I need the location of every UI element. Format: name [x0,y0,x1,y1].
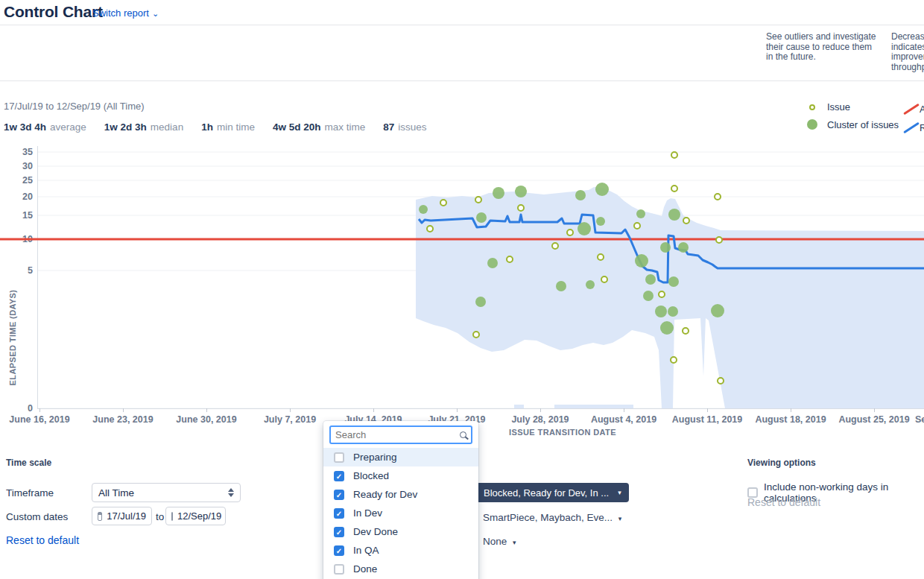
cluster-dot[interactable] [595,183,609,196]
date-to-value: 12/Sep/19 [177,510,221,522]
cluster-dot[interactable] [475,297,486,307]
control-chart-svg [0,142,924,440]
time-scale-heading: Time scale [6,458,51,468]
cluster-dot[interactable] [476,212,487,223]
date-from-input[interactable]: 17/Jul/19 [92,507,152,525]
quick-filters-dropdown[interactable]: None ▾ [483,536,516,547]
chevron-down-icon: ⌄ [152,9,159,18]
checked-checkbox[interactable]: ✓ [334,508,344,519]
checked-checkbox[interactable]: ✓ [334,490,344,500]
issue-dot[interactable] [518,205,524,211]
checked-checkbox[interactable]: ✓ [334,527,344,537]
date-to-input[interactable]: 12/Sep/19 [165,507,226,525]
cluster-dot[interactable] [645,274,656,285]
unchecked-checkbox[interactable] [334,564,344,575]
column-option-label: Done [353,563,377,575]
cluster-dot[interactable] [668,276,679,287]
issue-dot[interactable] [716,237,722,243]
cluster-dot[interactable] [655,306,667,317]
select-stepper-icon [228,488,234,497]
timeframe-select[interactable]: All Time [92,483,241,502]
cluster-dot[interactable] [586,280,595,289]
column-option-label: Dev Done [353,526,398,537]
cluster-dot[interactable] [660,242,671,253]
columns-dropdown-value: Blocked, Ready for Dev, In ... [484,487,609,499]
checked-checkbox[interactable]: ✓ [334,545,344,556]
calendar-icon [171,512,173,521]
issue-dot[interactable] [475,197,481,203]
column-option-in-dev[interactable]: ✓In Dev [323,504,478,522]
issue-dot[interactable] [473,332,479,338]
stat-label: max time [324,121,365,133]
column-option-label: Preparing [353,452,397,463]
cluster-dot[interactable] [711,304,724,317]
cluster-dot[interactable] [578,222,591,235]
std-deviation-band-fragment [554,405,633,408]
stat-item: 4w 5d 20hmax time [273,121,365,133]
issue-dot[interactable] [671,186,677,192]
cluster-dot[interactable] [668,306,678,317]
help-line: See outliers and investigate [766,32,876,42]
header-divider [0,25,924,25]
cluster-dot[interactable] [635,254,648,268]
issue-dot[interactable] [507,256,513,262]
column-option-label: Ready for Dev [353,489,417,500]
checked-checkbox[interactable]: ✓ [334,471,344,481]
column-option-blocked[interactable]: ✓Blocked [323,466,478,485]
help-line: improvements [891,52,924,63]
legend-average-label: A [920,104,924,115]
cluster-dot[interactable] [596,217,605,226]
column-option-done[interactable]: Done [323,560,478,578]
cluster-dot[interactable] [515,186,527,197]
cluster-dot[interactable] [660,321,674,335]
cluster-dot[interactable] [643,291,654,301]
caret-down-icon: ▾ [618,515,622,522]
rolling-average-line [419,215,924,282]
stat-label: min time [217,121,255,133]
column-option-ready-for-dev[interactable]: ✓Ready for Dev [323,485,478,504]
swimlanes-dropdown[interactable]: SmartPiece, Maybach, Eve... ▾ [483,512,621,523]
stat-value: 1w 3d 4h [4,121,46,133]
search-input-wrapper[interactable] [329,425,472,444]
issue-dot[interactable] [659,291,665,297]
stat-item: 87issues [383,121,426,133]
issue-dot[interactable] [601,276,607,282]
stat-label: issues [398,121,426,133]
issue-dot[interactable] [440,200,446,206]
issue-dot[interactable] [427,226,433,232]
search-input[interactable] [335,429,460,440]
average-line-legend-icon [902,108,920,110]
issue-dot[interactable] [598,254,604,260]
rolling-line-legend-icon [902,127,920,129]
cluster-dot[interactable] [556,281,566,291]
issue-dot[interactable] [567,230,573,235]
issue-dot[interactable] [715,194,721,200]
cluster-dot[interactable] [493,187,504,199]
issue-dot[interactable] [683,328,689,334]
switch-report-link[interactable]: Switch report⌄ [92,7,159,19]
column-option-in-qa[interactable]: ✓In QA [323,541,478,560]
issue-dot[interactable] [671,152,677,158]
cluster-dot[interactable] [678,242,689,253]
cluster-dot[interactable] [575,190,586,200]
cluster-legend-icon [807,119,817,130]
x-axis-tick-label: Sep [915,414,924,425]
issue-dot[interactable] [718,378,724,384]
help-text-rolling: Decreasing roindicates procimprovementst… [891,32,924,72]
help-text-outliers: See outliers and investigatetheir cause … [766,32,876,63]
unchecked-checkbox[interactable] [334,452,344,463]
issue-dot[interactable] [634,223,640,229]
issue-dot[interactable] [683,218,689,224]
issue-dot[interactable] [671,357,677,363]
issue-dot[interactable] [552,243,558,249]
help-divider [0,80,924,81]
columns-dropdown-button[interactable]: Blocked, Ready for Dev, In ... ▾ [476,483,629,502]
cluster-dot[interactable] [668,209,680,221]
reset-timescale-link[interactable]: Reset to default [6,534,79,546]
cluster-dot[interactable] [487,258,498,268]
cluster-dot[interactable] [636,209,645,218]
column-option-preparing[interactable]: Preparing [323,448,478,466]
cluster-dot[interactable] [419,205,428,214]
x-axis-tick-label: August 11, 2019 [672,414,743,425]
column-option-dev-done[interactable]: ✓Dev Done [323,522,478,541]
